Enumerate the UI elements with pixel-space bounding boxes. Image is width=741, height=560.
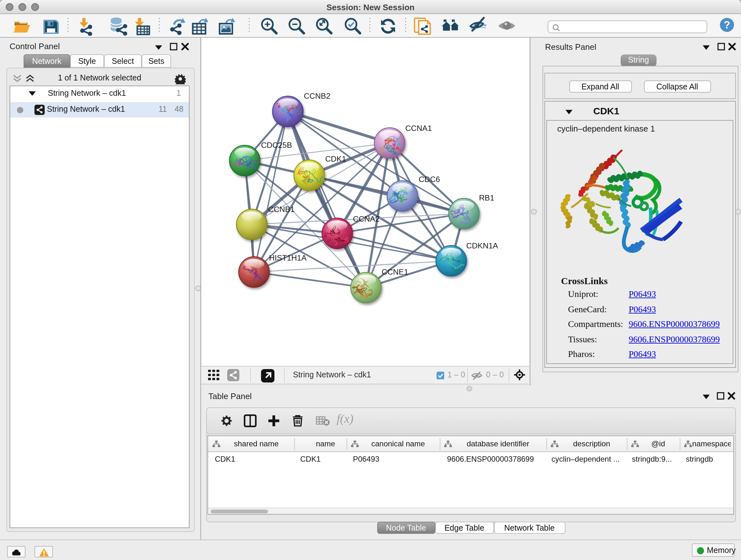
svg-text:CCNA1: CCNA1 <box>405 124 432 132</box>
svg-text:CCNB1: CCNB1 <box>268 205 294 213</box>
svg-text:RB1: RB1 <box>479 193 494 202</box>
svg-text:CDC6: CDC6 <box>419 175 440 184</box>
svg-text:CDKN1A: CDKN1A <box>466 241 498 250</box>
svg-text:?: ? <box>724 19 730 30</box>
svg-text:HIST1H1A: HIST1H1A <box>269 253 307 262</box>
svg-text:CCNE1: CCNE1 <box>382 267 408 276</box>
svg-text:CDC25B: CDC25B <box>261 141 292 149</box>
svg-text:CDK1: CDK1 <box>325 154 346 163</box>
svg-text:CCNA2: CCNA2 <box>353 214 380 223</box>
svg-text:CCNB2: CCNB2 <box>304 91 330 100</box>
